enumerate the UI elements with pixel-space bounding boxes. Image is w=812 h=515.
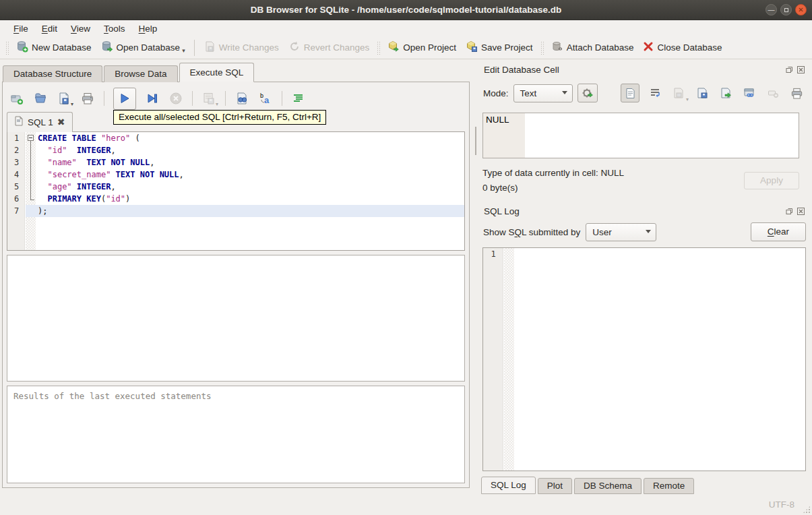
open-sql-tab-icon[interactable]	[9, 91, 24, 106]
editor-line[interactable]: 7);	[7, 205, 464, 217]
set-null-icon[interactable]	[765, 85, 781, 101]
code-text: );	[36, 205, 47, 217]
bottom-tabbar: SQL Log Plot DB Schema Remote	[481, 477, 806, 494]
mode-select[interactable]: Text	[513, 84, 573, 102]
find-replace-icon[interactable]: ba	[258, 91, 273, 106]
text-view-icon[interactable]	[621, 84, 639, 102]
sql-log-view[interactable]: 1	[482, 247, 806, 471]
float-dock-icon[interactable]	[785, 65, 794, 74]
encoding-indicator: UTF-8	[769, 499, 794, 510]
svg-text:b: b	[260, 92, 263, 99]
titlebar[interactable]: DB Browser for SQLite - /home/user/code/…	[0, 0, 812, 20]
sql-log-filter-value: User	[592, 227, 612, 237]
dock-splitter[interactable]	[478, 193, 806, 204]
cell-edit-icons: ▾	[621, 84, 805, 102]
menu-view[interactable]: View	[64, 22, 97, 35]
export-data-icon[interactable]	[718, 85, 734, 101]
close-button[interactable]: ✕	[795, 4, 807, 16]
editor-line[interactable]: 6 PRIMARY KEY("id")	[7, 193, 464, 205]
find-in-sql-icon[interactable]	[235, 91, 249, 106]
execute-line-icon[interactable]	[145, 91, 160, 106]
close-dock-icon[interactable]	[797, 207, 805, 216]
window-controls: — ✕	[766, 4, 807, 16]
sql-code-editor[interactable]: 1CREATE TABLE "hero" (2 "id" INTEGER,3 "…	[7, 131, 465, 251]
save-project-button[interactable]: Save Project	[461, 38, 538, 57]
editor-line[interactable]: 3 "name" TEXT NOT NULL,	[7, 156, 464, 169]
line-number: 4	[7, 169, 26, 181]
close-sql1-tab-icon[interactable]: ✖	[57, 117, 65, 127]
panel-splitter[interactable]	[473, 59, 478, 494]
fold-marker	[26, 181, 36, 193]
sql-log-filter-select[interactable]: User	[586, 223, 656, 241]
word-wrap-icon[interactable]	[647, 85, 663, 101]
tab-execute-sql[interactable]: Execute SQL	[179, 63, 255, 82]
open-url-icon[interactable]	[741, 85, 757, 101]
revert-changes-button[interactable]: Revert Changes	[284, 38, 375, 57]
maximize-button[interactable]	[780, 4, 792, 16]
menu-tools[interactable]: Tools	[97, 22, 132, 35]
import-data-icon[interactable]	[694, 85, 710, 101]
toolbar-handle[interactable]	[376, 40, 381, 55]
code-text: "id" INTEGER,	[36, 144, 116, 156]
editor-line[interactable]: 1CREATE TABLE "hero" (	[7, 132, 464, 144]
stop-execution-icon[interactable]	[168, 91, 183, 106]
close-dock-icon[interactable]	[797, 65, 805, 74]
tab-plot[interactable]: Plot	[538, 478, 572, 494]
fold-marker[interactable]	[26, 132, 36, 144]
results-message-splitter[interactable]	[7, 382, 465, 386]
close-database-button[interactable]: Close Database	[638, 38, 726, 57]
tab-remote[interactable]: Remote	[644, 478, 694, 494]
editor-results-splitter[interactable]	[7, 251, 465, 255]
write-changes-button[interactable]: Write Changes	[199, 38, 284, 57]
clear-log-button[interactable]: Clear	[751, 222, 806, 241]
fold-marker	[26, 193, 36, 205]
save-sql-file-icon[interactable]: ▾	[57, 91, 71, 106]
open-sql-file-icon[interactable]	[33, 91, 48, 106]
apply-button[interactable]: Apply	[744, 172, 799, 189]
open-database-dropdown-arrow[interactable]: ▾	[182, 47, 185, 54]
sql-log-dock-header: SQL Log	[478, 204, 806, 218]
toolbar-handle[interactable]	[5, 40, 9, 55]
resize-grip[interactable]	[803, 506, 811, 514]
statusbar: UTF-8	[0, 494, 812, 515]
execute-all-button[interactable]	[113, 88, 136, 110]
new-database-button[interactable]: New Database	[11, 38, 96, 57]
sql-document-icon	[14, 116, 24, 128]
print-cell-icon[interactable]	[788, 85, 805, 101]
sql1-tab[interactable]: SQL 1 ✖	[7, 112, 73, 132]
editor-line[interactable]: 5 "age" INTEGER,	[7, 181, 464, 193]
right-panel: Edit Database Cell Mode: Text ▾	[478, 59, 812, 494]
attach-database-button[interactable]: Attach Database	[546, 38, 639, 57]
toolbar-handle[interactable]	[540, 40, 544, 55]
cell-type-info: Type of data currently in cell: NULL	[482, 168, 744, 178]
editor-line[interactable]: 2 "id" INTEGER,	[7, 144, 464, 156]
float-dock-icon[interactable]	[785, 207, 794, 216]
svg-text:a: a	[264, 95, 270, 105]
fold-marker	[26, 205, 36, 217]
results-message-pane[interactable]: Results of the last executed statements	[7, 386, 465, 483]
menu-help[interactable]: Help	[132, 22, 164, 35]
tab-browse-data[interactable]: Browse Data	[104, 65, 177, 82]
mode-label: Mode:	[483, 88, 509, 98]
menubar: File Edit View Tools Help	[0, 20, 812, 36]
open-project-button[interactable]: Open Project	[383, 38, 461, 57]
menu-edit[interactable]: Edit	[35, 22, 64, 35]
format-sql-icon[interactable]	[291, 91, 306, 106]
sql-toolbar-separator	[104, 91, 104, 106]
menu-file[interactable]: File	[7, 22, 35, 35]
tab-db-schema[interactable]: DB Schema	[574, 478, 642, 494]
fold-marker	[26, 169, 36, 181]
editor-line[interactable]: 4 "secret_name" TEXT NOT NULL,	[7, 169, 464, 181]
minimize-button[interactable]: —	[766, 4, 777, 16]
save-results-icon[interactable]: ▾	[201, 91, 216, 106]
line-number: 2	[7, 144, 26, 156]
open-database-button[interactable]: Open Database ▾	[96, 38, 190, 57]
tab-sql-log[interactable]: SQL Log	[481, 477, 536, 494]
save-cell-icon[interactable]: ▾	[670, 85, 687, 101]
apply-mode-button[interactable]	[577, 84, 598, 102]
results-grid-pane[interactable]	[7, 255, 465, 382]
cell-value-editor[interactable]: NULL	[482, 113, 799, 158]
mode-select-value: Text	[520, 88, 537, 98]
tab-database-structure[interactable]: Database Structure	[3, 65, 102, 82]
print-sql-icon[interactable]	[80, 91, 95, 106]
